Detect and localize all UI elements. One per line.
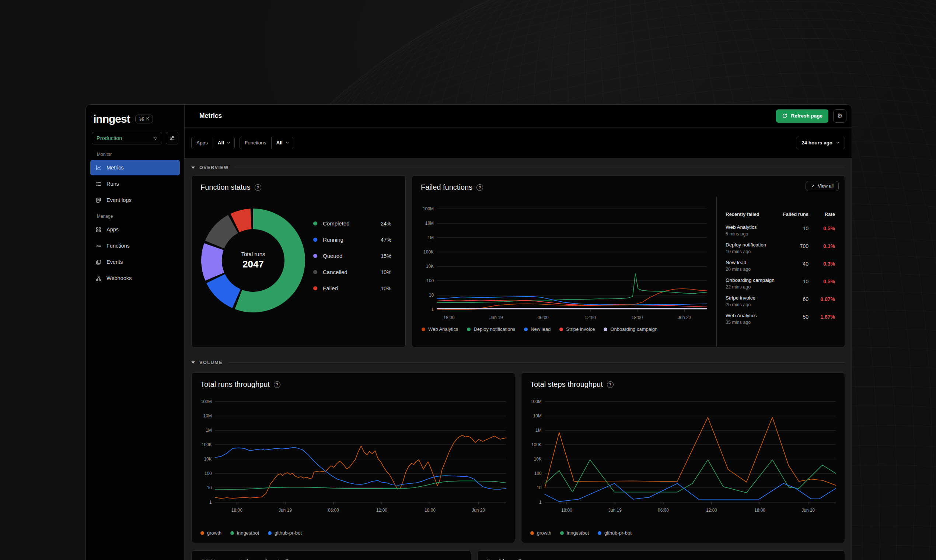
svg-text:100M: 100M	[201, 399, 212, 404]
legend-label: Deploy notifications	[474, 326, 515, 332]
help-icon[interactable]: ?	[607, 381, 614, 388]
status-legend-row: Completed24%	[313, 220, 391, 226]
svg-text:1M: 1M	[536, 428, 542, 433]
legend-dot-icon	[313, 286, 317, 290]
help-icon[interactable]: ?	[255, 184, 261, 191]
status-name: Queued	[323, 253, 342, 259]
sidebar-item-event-logs[interactable]: Event logs	[90, 192, 180, 208]
legend-item: growth	[200, 530, 222, 536]
svg-text:12:00: 12:00	[585, 315, 596, 320]
chart-line-icon	[95, 165, 102, 171]
sidebar-item-webhooks[interactable]: Webhooks	[90, 271, 180, 286]
failed-function-name: New lead	[725, 260, 781, 265]
status-percent: 10%	[381, 286, 391, 291]
sdk-request-throughput-title: SDK request throughput	[200, 558, 280, 560]
total-steps-legend: growthinngestbotgithub-pr-bot	[522, 526, 845, 536]
section-volume[interactable]: VOLUME	[191, 358, 845, 367]
status-name: Running	[323, 237, 343, 243]
failed-functions-chart: 100M10M1M100K10K10010118:00Jun 1906:0012…	[417, 193, 713, 323]
table-row: Stripe invoice25 mins ago600.07%	[725, 295, 835, 307]
failed-runs-count: 10	[781, 225, 808, 231]
time-range-select[interactable]: 24 hours ago	[796, 137, 845, 149]
legend-label: inngestbot	[567, 530, 589, 536]
functions-icon	[95, 243, 102, 249]
legend-item: Stripe invoice	[559, 326, 595, 332]
view-all-button[interactable]: View all	[805, 181, 839, 191]
sidebar-item-metrics[interactable]: Metrics	[90, 160, 180, 175]
legend-item: Deploy notifications	[467, 326, 515, 332]
status-name: Completed	[323, 220, 350, 226]
app-window: inngest ⌘ K Production	[86, 104, 852, 560]
svg-text:18:00: 18:00	[632, 315, 643, 320]
apps-filter-value: All	[213, 140, 226, 146]
table-row: New lead20 mins ago400.3%	[725, 260, 835, 272]
legend-dot-icon	[313, 254, 317, 258]
desktop-background: inngest ⌘ K Production	[0, 0, 936, 560]
table-row: Deploy notification10 mins ago7000.1%	[725, 242, 835, 254]
donut-center-label: Total runs	[241, 251, 265, 257]
status-name: Cancelled	[323, 269, 348, 275]
svg-text:10: 10	[207, 485, 212, 490]
sidebar-item-runs[interactable]: Runs	[90, 176, 180, 192]
failed-functions-legend: Web AnalyticsDeploy notificationsNew lea…	[417, 323, 713, 332]
legend-dot-icon	[530, 531, 534, 535]
legend-item: inngestbot	[230, 530, 259, 536]
apps-filter[interactable]: Apps All	[191, 137, 235, 149]
failed-runs-count: 40	[781, 260, 808, 267]
command-k-shortcut[interactable]: ⌘ K	[135, 115, 153, 123]
apps-grid-icon	[95, 226, 102, 233]
sidebar-item-functions[interactable]: Functions	[90, 238, 180, 254]
svg-text:1M: 1M	[206, 428, 212, 433]
legend-item: Onboarding campaign	[603, 326, 657, 332]
svg-text:Jun 19: Jun 19	[490, 315, 503, 320]
legend-dot-icon	[313, 238, 317, 242]
svg-text:100M: 100M	[423, 206, 434, 211]
table-row: Web Analytics35 mins ago501.67%	[725, 313, 835, 325]
help-icon[interactable]: ?	[476, 184, 483, 191]
chevron-down-icon	[226, 140, 231, 145]
refresh-page-button[interactable]: Refresh page	[776, 109, 828, 123]
total-steps-throughput-card: Total steps throughput ? 100M10M1M100K10…	[521, 372, 845, 543]
donut-center-value: 2047	[242, 258, 264, 270]
legend-item: growth	[530, 530, 551, 536]
page-title: Metrics	[199, 112, 222, 120]
sidebar-item-label: Metrics	[106, 165, 124, 171]
function-status-title: Function status	[200, 183, 251, 192]
backlog-card: Backlog ?	[477, 551, 845, 560]
svg-text:Jun 19: Jun 19	[608, 508, 622, 513]
functions-filter[interactable]: Functions All	[240, 137, 293, 149]
legend-label: growth	[537, 530, 551, 536]
chevron-down-icon	[285, 140, 289, 145]
failed-rate: 0.5%	[808, 225, 835, 231]
legend-item: Web Analytics	[422, 326, 458, 332]
legend-dot-icon	[524, 328, 528, 331]
help-icon[interactable]: ?	[274, 381, 280, 388]
failed-functions-title: Failed functions	[421, 183, 473, 192]
events-icon	[95, 259, 102, 265]
legend-dot-icon	[603, 328, 607, 331]
svg-text:06:00: 06:00	[328, 508, 339, 513]
section-overview[interactable]: OVERVIEW	[191, 163, 845, 172]
sidebar-item-apps[interactable]: Apps	[90, 222, 180, 237]
environment-filter-button[interactable]	[166, 132, 179, 145]
sidebar-nav: Monitor Metrics Runs	[86, 152, 184, 286]
gear-icon: ⚙	[837, 112, 842, 120]
sidebar: inngest ⌘ K Production	[86, 105, 185, 560]
svg-text:10K: 10K	[534, 457, 542, 462]
legend-label: inngestbot	[237, 530, 259, 536]
status-percent: 24%	[381, 221, 391, 226]
legend-label: Stripe invoice	[566, 326, 595, 332]
status-legend-row: Running47%	[313, 237, 391, 243]
failed-function-time: 25 mins ago	[725, 302, 781, 307]
svg-text:1: 1	[431, 307, 434, 312]
table-header-failed-runs: Failed runs	[781, 211, 808, 217]
sidebar-item-events[interactable]: Events	[90, 254, 180, 270]
svg-text:100K: 100K	[202, 442, 212, 447]
total-runs-throughput-title: Total runs throughput	[200, 380, 270, 389]
total-steps-chart: 100M10M1M100K10K10010118:00Jun 1906:0012…	[526, 389, 840, 526]
runs-list-icon	[95, 181, 102, 187]
main-area: Metrics Refresh page ⚙ Apps	[185, 105, 851, 560]
environment-select[interactable]: Production	[92, 132, 162, 145]
legend-item: New lead	[524, 326, 551, 332]
settings-button[interactable]: ⚙	[833, 109, 847, 123]
